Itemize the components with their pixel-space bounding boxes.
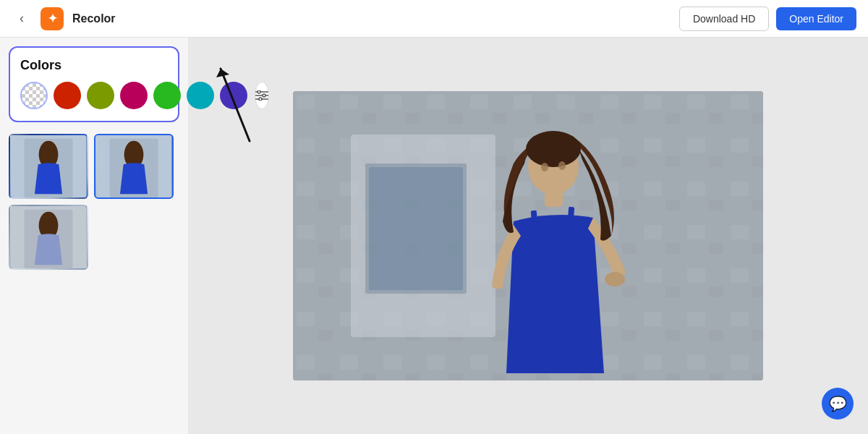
- app-title: Recolor: [72, 12, 671, 25]
- back-button[interactable]: ‹: [12, 9, 32, 29]
- sidebar: Colors: [0, 38, 188, 434]
- svg-rect-27: [369, 167, 463, 290]
- colors-panel-title: Colors: [20, 58, 168, 73]
- thumbnail-3[interactable]: [9, 205, 88, 270]
- download-hd-button[interactable]: Download HD: [679, 7, 769, 31]
- canvas-area: 💬: [188, 38, 868, 434]
- color-swatch-indigo[interactable]: [220, 82, 247, 109]
- sliders-icon: [255, 90, 268, 101]
- color-swatch-transparent[interactable]: [20, 82, 48, 109]
- color-swatches: [20, 82, 168, 109]
- svg-point-3: [263, 94, 265, 97]
- main-image: [293, 91, 763, 380]
- thumbnail-2[interactable]: [94, 134, 174, 199]
- color-swatch-green[interactable]: [153, 82, 181, 109]
- chat-button[interactable]: 💬: [822, 388, 854, 420]
- color-swatch-teal[interactable]: [187, 82, 214, 109]
- filter-icon-button[interactable]: [255, 82, 269, 109]
- colors-panel: Colors: [9, 46, 179, 122]
- svg-point-1: [258, 90, 260, 93]
- color-swatch-crimson[interactable]: [120, 82, 148, 109]
- thumbnail-row-2: [9, 205, 179, 270]
- app-header: ‹ ✦ Recolor Download HD Open Editor: [0, 0, 868, 38]
- header-actions: Download HD Open Editor: [679, 7, 856, 31]
- open-editor-button[interactable]: Open Editor: [776, 7, 856, 30]
- app-logo: ✦: [41, 7, 64, 30]
- color-swatch-red[interactable]: [54, 82, 81, 109]
- svg-point-37: [558, 161, 566, 170]
- thumb-1-image: [10, 135, 87, 197]
- thumbnails-section: [9, 134, 179, 270]
- svg-point-32: [605, 272, 625, 286]
- color-swatch-olive[interactable]: [87, 82, 114, 109]
- thumb-2-image: [95, 135, 172, 197]
- svg-point-5: [259, 98, 262, 101]
- svg-point-35: [526, 131, 581, 167]
- main-layout: Colors: [0, 38, 868, 434]
- thumb-3-image: [10, 206, 87, 268]
- chat-icon: 💬: [829, 395, 847, 412]
- svg-point-36: [541, 163, 548, 171]
- thumbnail-row-1: [9, 134, 179, 199]
- main-image-svg: [293, 91, 763, 380]
- thumbnail-1[interactable]: [9, 134, 88, 199]
